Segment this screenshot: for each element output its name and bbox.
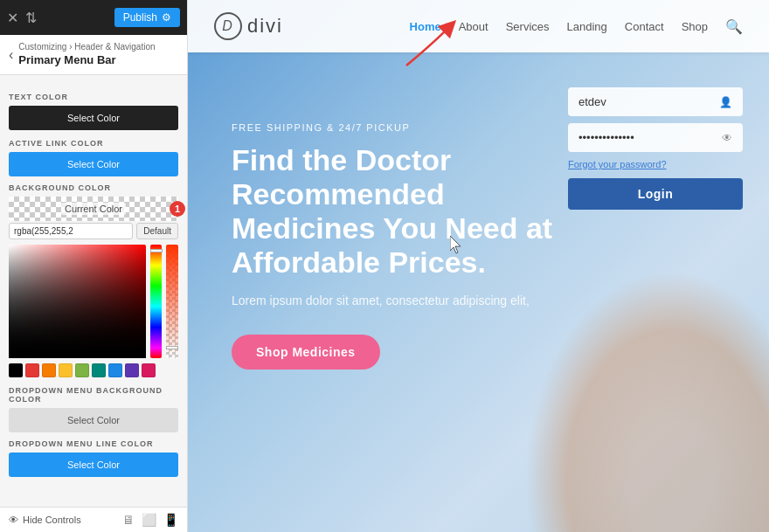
customizer-panel: ✕ ⇅ Publish ⚙ ‹ Customizing › Header & N…: [0, 0, 188, 532]
forgot-password-link[interactable]: Forgot your password?: [568, 159, 743, 169]
panel-title: Primary Menu Bar: [18, 53, 115, 66]
dropdown-line-color-label: DROPDOWN MENU LINE COLOR: [9, 439, 178, 448]
back-button[interactable]: ‹: [9, 47, 13, 63]
gear-icon: ⚙: [162, 11, 171, 24]
desktop-icon[interactable]: 🖥: [122, 513, 135, 527]
dropdown-line-swatch[interactable]: Select Color: [9, 453, 178, 477]
site-navbar: D divi Home About Services Landing Conta…: [188, 0, 769, 52]
active-link-color-swatch[interactable]: Select Color: [9, 152, 178, 176]
shop-medicines-button[interactable]: Shop Medicines: [232, 335, 380, 370]
publish-label: Publish: [123, 11, 157, 24]
default-button[interactable]: Default: [136, 223, 178, 239]
breadcrumb: Customizing › Header & Navigation: [18, 42, 155, 52]
tablet-icon[interactable]: ⬜: [142, 513, 156, 527]
color-gradient-box[interactable]: [9, 245, 146, 358]
alpha-slider[interactable]: [166, 245, 178, 358]
current-color-label: Current Color: [61, 203, 126, 215]
swatch-red[interactable]: [25, 363, 39, 377]
notification-badge: 1: [170, 201, 185, 217]
dropdown-bg-color-label: DROPDOWN MENU BACKGROUND COLOR: [9, 386, 178, 404]
logo-circle: D: [214, 12, 242, 40]
alpha-handle: [166, 346, 178, 349]
swatch-yellow[interactable]: [59, 363, 73, 377]
eye-icon: 👁: [9, 515, 18, 525]
hide-controls-label: Hide Controls: [23, 515, 81, 525]
text-color-label: TEXT COLOR: [9, 93, 178, 101]
main-preview: D divi Home About Services Landing Conta…: [188, 0, 769, 532]
swatch-black[interactable]: [9, 363, 23, 377]
rgba-row: Default: [9, 223, 178, 239]
panel-nav: ‹ Customizing › Header & Navigation Prim…: [0, 35, 187, 75]
color-picker: [9, 245, 178, 377]
swatch-green[interactable]: [75, 363, 89, 377]
eye-toggle-icon[interactable]: 👁: [722, 132, 732, 144]
dropdown-bg-swatch[interactable]: Select Color: [9, 408, 178, 432]
color-swatches: [9, 363, 178, 377]
arrow-indicator: [389, 17, 468, 73]
hero-title: Find the Doctor Recommended Medicines Yo…: [232, 143, 581, 280]
nav-services[interactable]: Services: [506, 20, 550, 33]
password-value: ••••••••••••••: [578, 131, 634, 144]
nav-contact[interactable]: Contact: [625, 20, 664, 33]
top-toolbar: ✕ ⇅ Publish ⚙: [0, 0, 187, 35]
sort-icon[interactable]: ⇅: [25, 10, 37, 26]
password-field[interactable]: •••••••••••••• 👁: [568, 123, 743, 152]
bg-color-label: BACKGROUND COLOR: [9, 183, 178, 192]
nav-shop[interactable]: Shop: [682, 20, 708, 33]
swatch-teal[interactable]: [92, 363, 106, 377]
swatch-blue[interactable]: [108, 363, 122, 377]
hue-slider[interactable]: [150, 245, 163, 358]
text-color-btn-label: Select Color: [67, 113, 120, 123]
swatch-purple[interactable]: [125, 363, 139, 377]
site-logo: D divi: [214, 12, 283, 40]
mobile-icon[interactable]: 📱: [163, 513, 178, 527]
swatch-pink[interactable]: [142, 363, 156, 377]
dropdown-line-btn-label: Select Color: [67, 459, 120, 470]
username-field[interactable]: etdev 👤: [568, 87, 743, 116]
dropdown-bg-btn-label: Select Color: [67, 415, 120, 425]
hero-subtitle: Lorem ipsum dolor sit amet, consectetur …: [232, 292, 581, 310]
rgba-input[interactable]: [9, 223, 133, 239]
swatch-orange[interactable]: [42, 363, 56, 377]
nav-landing[interactable]: Landing: [567, 20, 607, 33]
hero-tag: FREE SHIPPING & 24/7 PICKUP: [232, 122, 581, 133]
active-link-btn-label: Select Color: [67, 159, 120, 169]
close-icon[interactable]: ✕: [7, 10, 18, 26]
current-color-bar[interactable]: Current Color: [9, 197, 178, 221]
logo-name: divi: [247, 15, 283, 38]
search-icon[interactable]: 🔍: [725, 18, 743, 35]
hide-controls-button[interactable]: 👁 Hide Controls: [9, 515, 81, 525]
active-link-color-label: ACTIVE LINK COLOR: [9, 139, 178, 148]
publish-button[interactable]: Publish ⚙: [114, 8, 180, 27]
username-value: etdev: [578, 95, 606, 108]
hero-content: FREE SHIPPING & 24/7 PICKUP Find the Doc…: [232, 122, 581, 370]
login-card: etdev 👤 •••••••••••••• 👁 Forgot your pas…: [568, 87, 743, 210]
text-color-swatch[interactable]: Select Color: [9, 106, 178, 130]
login-button[interactable]: Login: [568, 178, 743, 210]
user-icon: 👤: [719, 96, 732, 108]
footer-icons: 🖥 ⬜ 📱: [122, 513, 178, 527]
panel-body: TEXT COLOR Select Color ACTIVE LINK COLO…: [0, 75, 187, 507]
footer-bar: 👁 Hide Controls 🖥 ⬜ 📱: [0, 507, 187, 532]
hue-slider-handle: [150, 249, 163, 252]
